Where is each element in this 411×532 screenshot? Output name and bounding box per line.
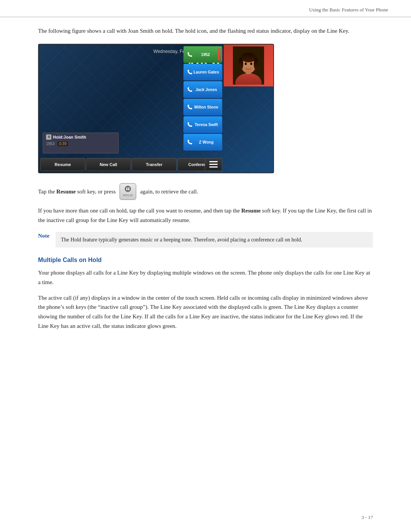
hold-button-icon — [123, 185, 132, 193]
svg-rect-11 — [209, 166, 218, 168]
svg-point-5 — [239, 58, 244, 70]
phone-sidebar: 1952 Lauren Gates Jack Jones — [182, 45, 224, 173]
svg-rect-10 — [209, 164, 218, 165]
svg-point-12 — [125, 186, 131, 192]
svg-point-6 — [254, 58, 259, 70]
line-key-jack[interactable]: Jack Jones — [183, 81, 222, 98]
page-number: 3 - 17 — [362, 514, 373, 521]
softkey-resume[interactable]: Resume — [40, 158, 85, 171]
hold-timer: 0:39 — [57, 141, 68, 146]
hold-ext: 1953 — [46, 142, 54, 146]
phone-screenshot: Wednesday, February 4 1:30 PM 1952 — [38, 44, 274, 173]
svg-rect-9 — [209, 161, 218, 162]
phone-icon-zwong — [186, 139, 193, 145]
phone-avatar — [224, 45, 273, 86]
line-key-milton-label: Milton Stone — [193, 105, 220, 109]
hold-card-sub: 1953 0:39 — [46, 141, 115, 146]
hold-card-icon: ⏸ — [46, 134, 51, 140]
hold-indicator — [218, 48, 220, 61]
hold-button: HOLD — [119, 183, 136, 200]
intro-paragraph: The following figure shows a call with J… — [38, 26, 373, 35]
header-title: Using the Basic Features of Your Phone — [309, 7, 388, 13]
line-key-active-label: 1952 — [193, 52, 218, 57]
line-key-milton[interactable]: Milton Stone — [183, 99, 222, 115]
body-paragraph-1: If you have more than one call on hold, … — [38, 206, 373, 225]
line-key-zwong-label: Z Wong — [193, 140, 220, 144]
section-para-2: The active call (if any) displays in a w… — [38, 293, 373, 331]
line-key-teresa-label: Teresa Swift — [193, 122, 220, 127]
hold-button-label: HOLD — [123, 193, 133, 198]
line-key-jack-label: Jack Jones — [193, 87, 220, 92]
note-box: Note The Hold feature typically generate… — [38, 232, 373, 248]
softkey-menu[interactable] — [205, 158, 222, 171]
phone-icon-milton — [186, 104, 193, 110]
hold-name: Hold:Joan Smith — [53, 135, 86, 139]
note-content: The Hold feature typically generates mus… — [56, 232, 373, 248]
svg-point-4 — [241, 53, 256, 62]
menu-icon — [209, 161, 218, 168]
line-key-active[interactable]: 1952 — [183, 46, 222, 63]
svg-rect-14 — [128, 187, 129, 190]
softkey-transfer[interactable]: Transfer — [132, 158, 177, 171]
resume-instruction: Tap the Resume soft key, or press HOLD a… — [38, 183, 373, 200]
line-key-lauren[interactable]: Lauren Gates — [183, 64, 222, 80]
line-key-lauren-label: Lauren Gates — [193, 70, 220, 74]
phone-icon-jack — [186, 87, 193, 92]
svg-rect-13 — [126, 187, 127, 190]
line-key-zwong[interactable]: Z Wong — [183, 134, 222, 150]
phone-icon-lauren — [186, 69, 193, 75]
svg-point-8 — [250, 62, 252, 65]
phone-icon-active — [186, 52, 193, 57]
resume-text-suffix: again, to retrieve the call. — [140, 187, 198, 196]
svg-point-7 — [245, 62, 247, 65]
hold-card-title: ⏸ Hold:Joan Smith — [46, 134, 115, 140]
avatar-svg — [231, 46, 266, 85]
hold-card: ⏸ Hold:Joan Smith 1953 0:39 — [43, 133, 119, 153]
softkey-newcall[interactable]: New Call — [86, 158, 131, 171]
phone-softkeys: Resume New Call Transfer Conference — [39, 157, 224, 173]
note-label: Note — [38, 232, 49, 239]
section-heading: Multiple Calls on Hold — [38, 257, 373, 264]
resume-text-prefix: Tap the Resume soft key, or press — [38, 187, 116, 196]
main-content: The following figure shows a call with J… — [0, 26, 411, 360]
section-para-1: Your phone displays all calls for a Line… — [38, 268, 373, 287]
page-header: Using the Basic Features of Your Phone — [0, 0, 411, 17]
phone-icon-teresa — [186, 122, 193, 127]
line-key-teresa[interactable]: Teresa Swift — [183, 116, 222, 133]
